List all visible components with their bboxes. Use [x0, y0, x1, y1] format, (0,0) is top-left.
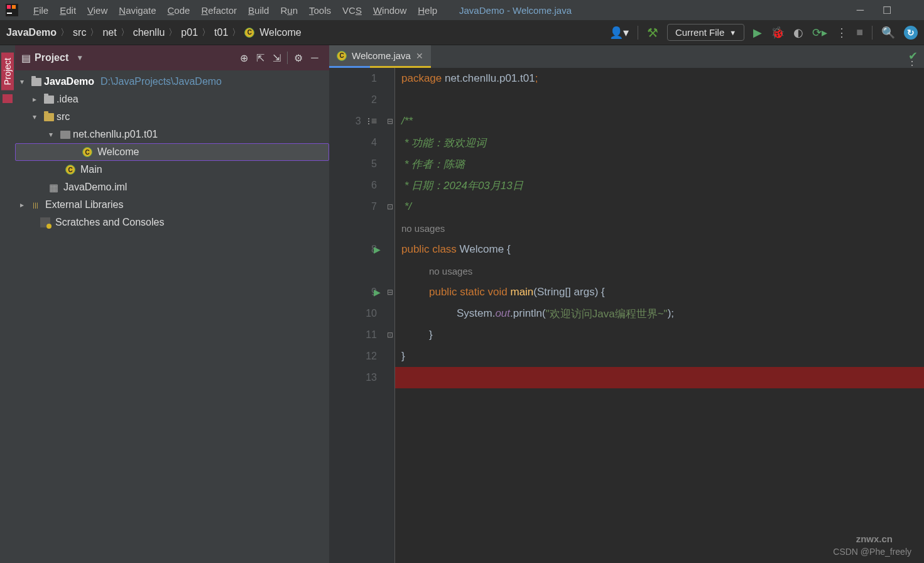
fold-expand-icon[interactable]: ⊡ — [386, 196, 394, 217]
fold-collapse-icon[interactable]: ⊟ — [386, 111, 394, 132]
tree-root[interactable]: ▾ JavaDemo D:\JavaProjects\JavaDemo — [15, 73, 329, 90]
tree-welcome-class[interactable]: C Welcome — [15, 143, 329, 161]
project-toolwindow-tab[interactable]: Project — [1, 53, 14, 90]
separator — [638, 26, 638, 40]
tree-iml[interactable]: ▦ JavaDemo.iml — [15, 178, 329, 196]
chevron-down-icon[interactable]: ▾ — [49, 130, 58, 139]
settings-icon[interactable]: ⚙ — [290, 52, 307, 64]
ide-updates-icon[interactable]: ↻ — [904, 26, 918, 40]
chevron-right-icon[interactable]: ▸ — [33, 95, 41, 104]
tree-package[interactable]: ▾ net.chenllu.p01.t01 — [15, 126, 329, 143]
maximize-icon[interactable]: ☐ — [883, 4, 891, 16]
menu-tools[interactable]: Tools — [303, 5, 337, 16]
line-num[interactable]: 12 — [329, 346, 386, 367]
line-number-gutter: 1 2 3⫶≡ 4 5 6 7 8▶ 9▶ 10 11 12 13 — [329, 68, 386, 563]
editor-tab-welcome[interactable]: C Welcome.java ✕ — [329, 45, 431, 68]
code-line: } — [395, 324, 924, 346]
line-num[interactable]: 7 — [329, 196, 386, 217]
tree-main-class[interactable]: C Main — [15, 161, 329, 178]
code-line: * 功能：致欢迎词 — [395, 132, 924, 153]
code-line: * 日期：2024年03月13日 — [395, 175, 924, 196]
bc-welcome[interactable]: Welcome — [259, 27, 301, 38]
code-line-caret — [395, 367, 924, 388]
menu-navigate[interactable]: Navigate — [113, 5, 161, 16]
select-opened-file-icon[interactable]: ⊕ — [236, 52, 252, 64]
line-num[interactable]: 10 — [329, 303, 386, 324]
menu-build[interactable]: Build — [242, 5, 274, 16]
debug-icon[interactable]: 🐞 — [771, 26, 785, 40]
class-icon: C — [337, 51, 347, 61]
project-folder-icon — [3, 94, 13, 103]
line-num[interactable]: 11 — [329, 324, 386, 346]
coverage-icon[interactable]: ◐ — [793, 26, 803, 40]
code-content[interactable]: package net.chenllu.p01.t01; /** * 功能：致欢… — [394, 68, 924, 563]
line-num[interactable]: 8▶ — [329, 239, 386, 260]
menu-edit[interactable]: Edit — [54, 5, 82, 16]
line-num[interactable]: 9▶ — [329, 282, 386, 303]
expand-all-icon[interactable]: ⇱ — [252, 52, 268, 64]
code-line: public static void main(String[] args) { — [395, 282, 924, 303]
menu-bar: File Edit View Navigate Code Refactor Bu… — [0, 0, 924, 20]
class-icon: C — [65, 165, 75, 175]
scratch-icon — [40, 217, 50, 227]
fold-expand-icon[interactable]: ⊡ — [386, 324, 394, 346]
problems-ok-icon[interactable]: ✔ — [908, 49, 918, 63]
tree-external-libs[interactable]: ▸ ⫼ External Libraries — [15, 196, 329, 214]
chevron-down-icon[interactable]: ▾ — [33, 112, 41, 121]
line-num[interactable]: 6 — [329, 175, 386, 196]
bc-src[interactable]: src — [73, 27, 86, 38]
module-folder-icon — [31, 78, 41, 86]
bc-t01[interactable]: t01 — [214, 27, 228, 38]
build-icon[interactable]: ⚒ — [647, 25, 658, 40]
tree-src[interactable]: ▾ src — [15, 108, 329, 126]
separator — [872, 26, 872, 40]
line-num[interactable]: 13 — [329, 367, 386, 388]
tree-idea[interactable]: ▸ .idea — [15, 90, 329, 108]
profile-icon[interactable]: ⟳▸ — [812, 26, 827, 40]
line-num[interactable]: 1 — [329, 68, 386, 89]
close-tab-icon[interactable]: ✕ — [416, 51, 423, 61]
stop-icon[interactable]: ■ — [856, 26, 863, 39]
menu-code[interactable]: Code — [162, 5, 196, 16]
line-num[interactable]: 2 — [329, 89, 386, 111]
more-run-icon[interactable]: ⋮ — [836, 26, 847, 40]
library-icon: ⫼ — [31, 200, 40, 210]
minimize-icon[interactable]: ─ — [857, 4, 864, 16]
run-icon[interactable]: ▶ — [753, 26, 762, 40]
bc-chenllu[interactable]: chenllu — [133, 27, 165, 38]
editor-tabs: C Welcome.java ✕ ⋮ — [329, 45, 924, 68]
project-tree[interactable]: ▾ JavaDemo D:\JavaProjects\JavaDemo ▸ .i… — [15, 70, 329, 563]
left-toolwindow-stripe: Project — [0, 45, 15, 563]
menu-file[interactable]: File — [28, 5, 54, 16]
code-line: */ — [395, 196, 924, 217]
close-icon[interactable] — [910, 4, 919, 16]
package-icon — [60, 131, 70, 139]
chevron-down-icon[interactable]: ▾ — [20, 77, 29, 86]
menu-refactor[interactable]: Refactor — [195, 5, 242, 16]
class-icon: C — [82, 147, 92, 157]
project-panel-header: ▤ Project ▼ ⊕ ⇱ ⇲ ⚙ ─ — [15, 45, 329, 70]
run-config-dropdown[interactable]: Current File▼ — [667, 24, 744, 41]
code-area[interactable]: 1 2 3⫶≡ 4 5 6 7 8▶ 9▶ 10 11 12 13 ⊟ ⊡ — [329, 68, 924, 563]
hide-icon[interactable]: ─ — [307, 52, 323, 63]
collapse-all-icon[interactable]: ⇲ — [268, 52, 285, 64]
menu-run[interactable]: Run — [274, 5, 303, 16]
menu-view[interactable]: View — [82, 5, 113, 16]
bc-project[interactable]: JavaDemo — [6, 27, 57, 38]
project-view-dropdown-icon[interactable]: ▼ — [76, 53, 84, 62]
line-num[interactable]: 4 — [329, 132, 386, 153]
tree-scratches[interactable]: Scratches and Consoles — [15, 214, 329, 231]
line-num[interactable]: 5 — [329, 153, 386, 175]
chevron-right-icon[interactable]: ▸ — [20, 200, 29, 209]
code-line: } — [395, 346, 924, 367]
search-icon[interactable]: 🔍 — [881, 26, 895, 40]
bc-p01[interactable]: p01 — [181, 27, 198, 38]
bc-net[interactable]: net — [102, 27, 116, 38]
file-icon: ▦ — [49, 182, 58, 194]
line-num[interactable]: 3⫶≡ — [329, 111, 386, 132]
fold-collapse-icon[interactable]: ⊟ — [386, 282, 394, 303]
code-with-me-icon[interactable]: 👤▾ — [609, 26, 629, 40]
run-line-icon[interactable]: ▶ — [374, 244, 381, 254]
class-icon: C — [244, 28, 254, 38]
run-line-icon[interactable]: ▶ — [374, 287, 381, 297]
